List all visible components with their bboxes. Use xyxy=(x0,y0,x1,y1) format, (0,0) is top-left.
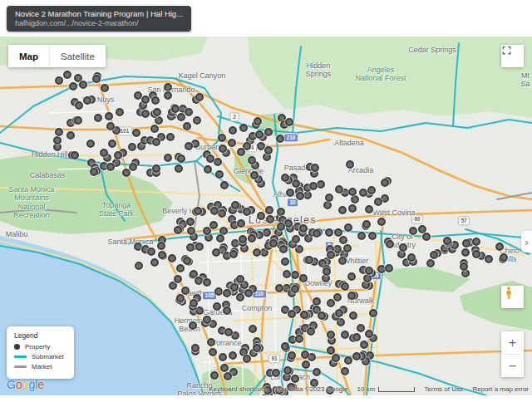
property-marker[interactable] xyxy=(443,237,451,245)
property-marker[interactable] xyxy=(185,142,193,150)
satellite-button[interactable]: Satellite xyxy=(49,45,106,67)
property-marker[interactable] xyxy=(63,71,71,79)
property-marker[interactable] xyxy=(152,164,160,173)
property-marker[interactable] xyxy=(291,271,299,279)
property-marker[interactable] xyxy=(194,207,202,215)
property-marker[interactable] xyxy=(347,272,356,281)
property-marker[interactable] xyxy=(229,351,237,360)
property-marker[interactable] xyxy=(250,171,259,179)
property-marker[interactable] xyxy=(357,324,365,332)
property-marker[interactable] xyxy=(228,139,236,147)
property-marker[interactable] xyxy=(341,331,349,339)
property-marker[interactable] xyxy=(386,240,394,248)
property-marker[interactable] xyxy=(291,375,299,383)
property-marker[interactable] xyxy=(223,306,231,315)
property-marker[interactable] xyxy=(187,227,195,235)
property-marker[interactable] xyxy=(309,182,318,190)
property-marker[interactable] xyxy=(243,355,251,363)
property-marker[interactable] xyxy=(193,116,201,125)
property-marker[interactable] xyxy=(220,364,229,372)
property-marker[interactable] xyxy=(83,96,91,105)
property-marker[interactable] xyxy=(352,352,361,360)
property-marker[interactable] xyxy=(253,344,261,352)
property-marker[interactable] xyxy=(318,311,326,320)
property-marker[interactable] xyxy=(106,122,115,130)
property-marker[interactable] xyxy=(385,264,393,272)
property-marker[interactable] xyxy=(141,110,150,118)
property-marker[interactable] xyxy=(407,253,416,262)
property-marker[interactable] xyxy=(472,238,480,246)
property-marker[interactable] xyxy=(277,223,285,231)
property-marker[interactable] xyxy=(224,372,232,380)
property-marker[interactable] xyxy=(299,274,308,282)
property-marker[interactable] xyxy=(168,254,176,262)
property-marker[interactable] xyxy=(348,204,357,213)
property-marker[interactable] xyxy=(363,274,372,282)
property-marker[interactable] xyxy=(283,366,292,375)
property-marker[interactable] xyxy=(269,239,278,248)
property-marker[interactable] xyxy=(215,170,224,179)
collapse-panel-button[interactable]: › xyxy=(521,231,532,252)
property-marker[interactable] xyxy=(281,174,289,182)
property-marker[interactable] xyxy=(339,236,347,244)
property-marker[interactable] xyxy=(461,248,470,257)
property-marker[interactable] xyxy=(191,344,200,352)
property-marker[interactable] xyxy=(66,131,75,140)
property-marker[interactable] xyxy=(343,244,352,252)
property-marker[interactable] xyxy=(218,209,226,218)
property-marker[interactable] xyxy=(349,311,357,320)
property-marker[interactable] xyxy=(281,257,289,266)
property-marker[interactable] xyxy=(152,138,160,146)
property-marker[interactable] xyxy=(338,257,347,265)
property-marker[interactable] xyxy=(229,250,238,258)
property-marker[interactable] xyxy=(360,341,368,349)
property-marker[interactable] xyxy=(74,116,82,125)
property-marker[interactable] xyxy=(186,218,195,226)
report-map-error-link[interactable]: Report a map error xyxy=(472,385,529,393)
property-marker[interactable] xyxy=(150,125,159,133)
property-marker[interactable] xyxy=(430,251,438,259)
property-marker[interactable] xyxy=(214,287,223,296)
property-marker[interactable] xyxy=(397,250,406,258)
property-marker[interactable] xyxy=(175,164,183,173)
property-marker[interactable] xyxy=(248,156,256,164)
property-marker[interactable] xyxy=(213,302,221,311)
property-marker[interactable] xyxy=(365,205,373,213)
property-marker[interactable] xyxy=(422,233,431,241)
property-marker[interactable] xyxy=(255,130,264,139)
property-marker[interactable] xyxy=(461,269,470,277)
property-marker[interactable] xyxy=(352,333,361,341)
property-marker[interactable] xyxy=(171,105,180,113)
property-marker[interactable] xyxy=(214,158,222,166)
property-marker[interactable] xyxy=(195,93,204,101)
property-marker[interactable] xyxy=(108,140,116,148)
property-marker[interactable] xyxy=(114,151,122,159)
fullscreen-button[interactable] xyxy=(501,45,524,67)
property-marker[interactable] xyxy=(183,122,191,130)
property-marker[interactable] xyxy=(237,148,245,156)
property-marker[interactable] xyxy=(325,228,333,237)
property-marker[interactable] xyxy=(186,243,195,252)
property-marker[interactable] xyxy=(216,234,224,243)
pegman-button[interactable] xyxy=(501,286,524,308)
property-marker[interactable] xyxy=(141,96,150,104)
property-marker[interactable] xyxy=(369,309,377,317)
property-marker[interactable] xyxy=(327,251,335,259)
property-marker[interactable] xyxy=(230,283,239,292)
property-marker[interactable] xyxy=(341,367,349,375)
google-logo[interactable]: Google xyxy=(7,378,44,391)
property-marker[interactable] xyxy=(323,201,332,209)
property-marker[interactable] xyxy=(94,114,102,122)
property-marker[interactable] xyxy=(203,316,211,324)
property-marker[interactable] xyxy=(311,164,319,172)
zoom-in-button[interactable]: + xyxy=(501,331,524,354)
property-marker[interactable] xyxy=(266,215,274,223)
property-marker[interactable] xyxy=(365,330,373,338)
property-marker[interactable] xyxy=(155,116,163,125)
property-marker[interactable] xyxy=(495,243,504,251)
property-marker[interactable] xyxy=(86,140,95,148)
property-marker[interactable] xyxy=(462,239,470,248)
property-marker[interactable] xyxy=(71,151,79,159)
property-marker[interactable] xyxy=(301,351,309,359)
property-marker[interactable] xyxy=(374,198,382,206)
